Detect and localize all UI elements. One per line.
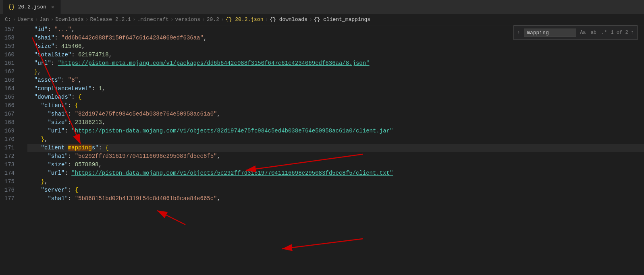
json-number-value: 415466: [61, 42, 81, 51]
title-bar: {} 20.2.json ✕: [0, 0, 644, 14]
json-punctuation: [27, 161, 48, 169]
code-line: "sha1": "5c292ff7d3161977041116698e29508…: [27, 152, 644, 161]
json-key: "client_mappings": [41, 144, 99, 152]
line-number: 176: [0, 186, 18, 194]
line-number: 177: [0, 194, 18, 203]
json-punctuation: [27, 51, 34, 59]
match-case-button[interactable]: Aa: [579, 29, 587, 36]
line-number: 168: [0, 118, 18, 127]
code-line: "size": 415466,: [27, 42, 644, 51]
json-punctuation: :: [64, 127, 71, 135]
json-brace: {: [78, 93, 81, 101]
json-punctuation: [27, 25, 34, 34]
regex-button[interactable]: .*: [600, 29, 608, 36]
editor-tab[interactable]: {} 20.2.json ✕: [3, 0, 61, 14]
json-punctuation: :: [68, 101, 75, 110]
breadcrumb-release: Release 2.2.1: [90, 17, 131, 23]
json-punctuation: ,: [217, 152, 220, 161]
json-punctuation: [27, 101, 41, 110]
json-punctuation: ,: [44, 135, 48, 144]
line-number: 161: [0, 59, 18, 68]
search-input[interactable]: [524, 29, 576, 37]
json-punctuation: [27, 186, 41, 194]
line-number: 163: [0, 76, 18, 85]
editor-area: 1571581591601611621631641651661671681691…: [0, 25, 644, 275]
code-line: "url": "https://piston-meta.mojang.com/v…: [27, 59, 644, 68]
json-key: "totalSize": [34, 51, 71, 59]
line-number: 170: [0, 135, 18, 144]
line-number: 173: [0, 161, 18, 169]
line-number: 164: [0, 85, 18, 93]
json-brace: {: [105, 144, 108, 152]
code-line: "totalSize": 621974718,: [27, 51, 644, 59]
json-punctuation: [27, 127, 48, 135]
json-key: "downloads": [34, 93, 71, 101]
line-number: 166: [0, 101, 18, 110]
json-string-value: "...": [54, 25, 71, 34]
json-punctuation: ,: [81, 42, 85, 51]
tab-close-button[interactable]: ✕: [50, 3, 56, 11]
breadcrumb-minecraft: .minecraft: [137, 17, 169, 23]
json-punctuation: :: [71, 93, 78, 101]
tab-filename: 20.2.json: [18, 4, 46, 10]
json-punctuation: [27, 118, 48, 127]
json-brace: }: [41, 178, 44, 186]
line-number: 157: [0, 25, 18, 34]
line-number: 175: [0, 178, 18, 186]
json-string-value: "82d1974e75fc984c5ed4b038e764e50958ac61a…: [75, 110, 217, 118]
json-key: "sha1": [34, 34, 54, 42]
code-line: "size": 8578898,: [27, 161, 644, 169]
json-punctuation: [27, 135, 41, 144]
line-number: 159: [0, 42, 18, 51]
json-punctuation: :: [68, 110, 75, 118]
breadcrumb-json-file[interactable]: {} 20.2.json: [226, 17, 264, 23]
code-content: "id": "...", "sha1": "dd6b6442c088f3150f…: [24, 25, 644, 275]
json-key: "size": [48, 161, 68, 169]
json-punctuation: [27, 76, 34, 85]
breadcrumb-c: C:: [5, 17, 11, 23]
json-punctuation: :: [64, 169, 71, 178]
breadcrumb-downloads-key[interactable]: {} downloads: [270, 17, 307, 23]
json-brace: }: [41, 135, 44, 144]
search-result-count: 1 of 2: [611, 30, 628, 35]
json-punctuation: :: [68, 194, 75, 203]
code-line: "client_mappings": {: [27, 144, 644, 152]
code-line: "downloads": {: [27, 93, 644, 101]
json-punctuation: ,: [37, 68, 41, 76]
breadcrumb-client-mappings[interactable]: {} client_mappings: [314, 17, 370, 23]
json-brace: }: [34, 68, 37, 76]
json-punctuation: :: [92, 85, 99, 93]
json-icon: {}: [8, 4, 15, 10]
code-line: "size": 23186213,: [27, 118, 644, 127]
breadcrumb-202: 20.2: [207, 17, 219, 23]
json-punctuation: ,: [204, 34, 207, 42]
code-line: "assets": "8",: [27, 76, 644, 85]
json-string-value: "5c292ff7d3161977041116698e295083fd5ec8f…: [75, 152, 217, 161]
json-key: "server": [41, 186, 68, 194]
json-punctuation: :: [51, 59, 58, 68]
code-line: "url": "https://piston-data.mojang.com/v…: [27, 127, 644, 135]
json-punctuation: :: [68, 186, 75, 194]
json-brace: {: [75, 101, 78, 110]
json-punctuation: [27, 42, 34, 51]
json-punctuation: [27, 194, 48, 203]
json-key: "size": [48, 118, 68, 127]
code-line: },: [27, 68, 644, 76]
json-punctuation: :: [98, 144, 105, 152]
json-punctuation: ,: [102, 85, 105, 93]
code-line: "complianceLevel": 1,: [27, 85, 644, 93]
json-key: "url": [34, 59, 51, 68]
code-line: "url": "https://piston-data.mojang.com/v…: [27, 169, 644, 178]
json-key: "sha1": [48, 194, 68, 203]
json-punctuation: :: [68, 118, 75, 127]
whole-word-button[interactable]: ab: [590, 29, 598, 36]
breadcrumb-downloads[interactable]: Downloads: [55, 17, 83, 23]
json-punctuation: [27, 34, 34, 42]
line-number: 160: [0, 51, 18, 59]
search-prev-button[interactable]: ↑: [631, 29, 634, 36]
json-url-value: "https://piston-data.mojang.com/v1/objec…: [71, 169, 393, 178]
json-punctuation: ,: [109, 51, 112, 59]
code-line: },: [27, 135, 644, 144]
search-expand-icon[interactable]: ›: [517, 30, 520, 35]
json-key: "url": [48, 169, 64, 178]
